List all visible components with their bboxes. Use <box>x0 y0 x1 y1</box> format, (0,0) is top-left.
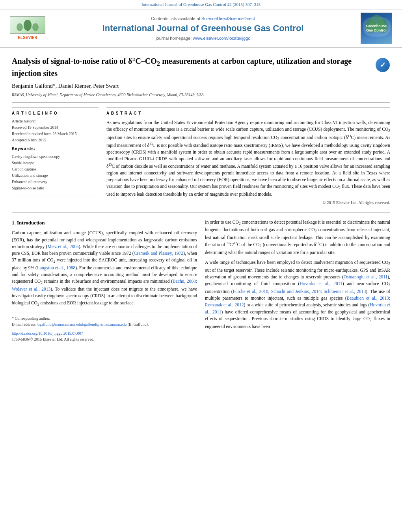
keywords-label: Keywords: <box>12 146 99 152</box>
body-section: 1. Introduction Carbon capture, utilizat… <box>12 219 390 342</box>
keyword-2: Stable isotope <box>12 160 99 166</box>
keyword-3: Carbon capture <box>12 167 99 172</box>
ref-beaubien[interactable]: Beaubien et al., 2013; Romanak et al., 2… <box>205 296 390 307</box>
keyword-6: Signal-to-noise ratio <box>12 185 99 191</box>
ref-furche[interactable]: Furche et al., 2010; Schacht and Jenkins… <box>233 289 366 294</box>
keyword-1: Cavity ringdown spectroscopy <box>12 154 99 159</box>
authors-line: Benjamin Galfond*, Daniel Riemer, Peter … <box>12 82 390 90</box>
journal-topbar: International Journal of Greenhouse Gas … <box>0 0 402 9</box>
author-galfond: Benjamin Galfond*, Daniel Riemer, Peter … <box>12 83 119 89</box>
ref-bachu[interactable]: Bachu, 2008; Wolaver et al., 2013 <box>12 279 197 291</box>
email-link[interactable]: bgalfond@rsmas.miami.edu <box>82 322 127 326</box>
body-col-left: 1. Introduction Carbon capture, utilizat… <box>12 219 197 342</box>
article-info-col: A R T I C L E I N F O Article history: R… <box>12 107 99 206</box>
article-info-box: A R T I C L E I N F O Article history: R… <box>12 107 99 195</box>
elsevier-logo-graphic <box>10 16 45 34</box>
svg-point-1 <box>24 20 32 31</box>
elsevier-wordmark: ELSEVIER <box>18 35 37 41</box>
ref-osmanoglu[interactable]: Osmanoglu et al., 2011 <box>344 274 387 279</box>
journal-header: ELSEVIER Contents lists available at Sci… <box>0 9 402 48</box>
abstract-section: A B S T R A C T As new regulations from … <box>106 107 390 206</box>
doi-url[interactable]: http://dx.doi.org/10.1016/j.ijggc.2015.0… <box>12 330 197 336</box>
crossmark-icon: ✓ <box>376 58 390 72</box>
ref-hovorka[interactable]: Hovorka et al., 2011 <box>300 281 342 286</box>
keywords-section: Keywords: Cavity ringdown spectroscopy S… <box>12 146 99 191</box>
email-suffix: (B. Galfond). <box>128 322 149 326</box>
journal-title: International Journal of Greenhouse Gas … <box>102 23 304 33</box>
journal-volume-info: International Journal of Greenhouse Gas … <box>141 2 261 7</box>
doi-line: http://dx.doi.org/10.1016/j.ijggc.2015.0… <box>12 330 197 342</box>
abstract-col: A B S T R A C T As new regulations from … <box>106 107 390 206</box>
contents-text: Contents lists available at <box>151 16 200 21</box>
article-info-label: A R T I C L E I N F O <box>12 111 99 116</box>
body-col-right: In order to use CO2 concentrations to de… <box>205 219 390 342</box>
intro-para3: A wide range of techniques have been emp… <box>205 259 390 330</box>
received-date1: Received 19 September 2014 <box>12 125 99 130</box>
email-address[interactable]: bgalfond@rsmas.miami.edu <box>37 322 82 326</box>
copyright-text: © 2015 Elsevier Ltd. All rights reserved… <box>106 200 390 206</box>
ref-langston[interactable]: Langston et al., 1988 <box>37 265 75 270</box>
ref-metz[interactable]: Metz et al., 2005 <box>47 244 78 249</box>
keyword-4: Utilization and storage <box>12 173 99 178</box>
svg-point-2 <box>32 23 39 31</box>
ghg-logo-graphic: Greenhouse Gas Control <box>361 13 392 44</box>
homepage-url[interactable]: www.elsevier.com/locate/ijggc <box>193 36 250 41</box>
publisher-logo-left: ELSEVIER <box>8 13 47 44</box>
email-note: E-mail address: bgalfond@rsmas.miami.edu… <box>12 321 197 327</box>
affiliation-line: RSMAS, University of Miami, Department o… <box>12 92 390 98</box>
keyword-5: Enhanced oil recovery <box>12 179 99 185</box>
history-label: Article history: <box>12 119 99 124</box>
journal-homepage-line: journal homepage: www.elsevier.com/locat… <box>156 35 250 41</box>
ghg-logo-text: Greenhouse Gas Control <box>363 24 389 33</box>
paper-content: Analysis of signal-to-noise ratio of δ13… <box>0 48 402 350</box>
svg-point-0 <box>17 23 23 31</box>
crossmark-logo[interactable]: ✓ <box>375 57 390 72</box>
homepage-label: journal homepage: <box>156 36 192 41</box>
accepted-date: Accepted 6 July 2015 <box>12 137 99 143</box>
abstract-label: A B S T R A C T <box>106 111 390 116</box>
issn-line: 1750-5836/© 2015 Elsevier Ltd. All right… <box>12 336 197 342</box>
main-divider <box>12 212 390 213</box>
ghg-line1: Greenhouse Gas Control <box>363 24 389 33</box>
ref-crameik[interactable]: Crameik and Plassey, 1972 <box>134 251 183 256</box>
article-meta-section: A R T I C L E I N F O Article history: R… <box>12 107 390 206</box>
svg-rect-3 <box>27 29 28 31</box>
abstract-text: As new regulations from the United State… <box>106 119 390 198</box>
footnote-area: * Corresponding author. E-mail address: … <box>12 313 197 327</box>
article-title-text: Analysis of signal-to-noise ratio of δ13… <box>12 56 371 78</box>
sciencedirect-link[interactable]: ScienceDirect <box>201 16 228 21</box>
intro-para2: In order to use CO2 concentrations to de… <box>205 219 390 256</box>
received-date2: Received in revised form 23 March 2015 <box>12 131 99 137</box>
journal-title-area: Contents lists available at ScienceDirec… <box>51 13 355 44</box>
title-separator <box>12 102 390 103</box>
article-title-row: Analysis of signal-to-noise ratio of δ13… <box>12 56 390 78</box>
intro-para1: Carbon capture, utilization and storage … <box>12 230 197 307</box>
email-label: E-mail address: <box>12 322 36 326</box>
section1-heading: 1. Introduction <box>12 219 197 227</box>
corresponding-note: * Corresponding author. <box>12 315 197 321</box>
sciencedirect-label[interactable]: ScienceDirect <box>228 16 255 21</box>
ghg-logo-right: Greenhouse Gas Control <box>359 13 394 44</box>
contents-line: Contents lists available at ScienceDirec… <box>151 16 255 22</box>
